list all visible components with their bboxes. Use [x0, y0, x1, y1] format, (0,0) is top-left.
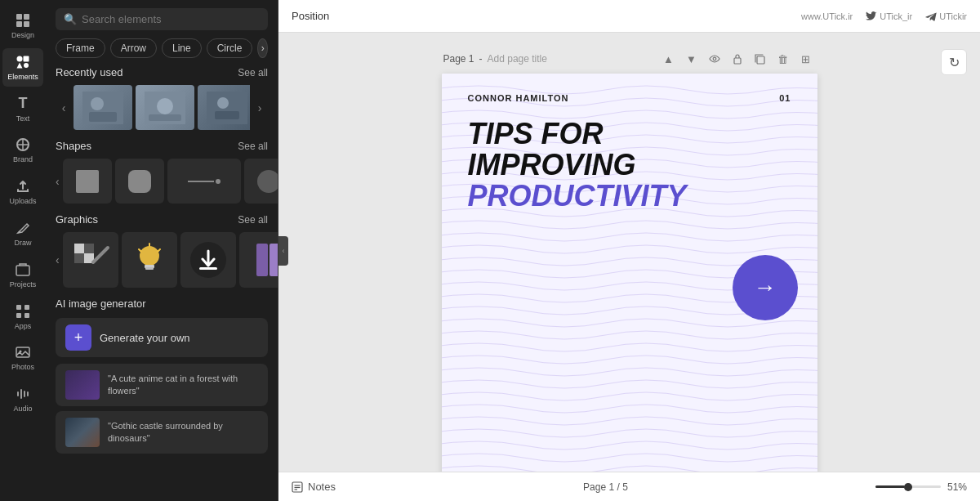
panel-fold-handle[interactable]: ‹	[278, 236, 288, 266]
design-author-name: CONNOR HAMILTON	[468, 93, 569, 103]
position-label: Position	[292, 10, 329, 22]
sidebar-item-audio-label: Audio	[13, 405, 32, 414]
graphic-item-3[interactable]	[180, 232, 236, 288]
elements-panel: 🔍 Frame Arrow Line Circle › Recently use…	[46, 0, 278, 501]
design-header: CONNOR HAMILTON 01	[468, 93, 791, 103]
projects-icon	[14, 261, 32, 279]
graphic-item-1[interactable]	[63, 232, 118, 288]
svg-rect-26	[84, 244, 94, 253]
chip-line[interactable]: Line	[162, 38, 202, 58]
svg-rect-2	[16, 21, 22, 27]
page-1-add-title[interactable]: Add page title	[488, 53, 547, 65]
svg-rect-0	[16, 14, 22, 20]
sidebar-item-elements-label: Elements	[7, 73, 38, 82]
graphics-see-all[interactable]: See all	[238, 214, 268, 226]
watermark-domain: www.UTick.ir	[801, 11, 853, 21]
svg-rect-42	[757, 56, 764, 64]
photos-icon	[14, 343, 32, 361]
shapes-prev-button[interactable]: ‹	[56, 173, 60, 190]
ai-prompt-item-2[interactable]: "Gothic castle surrounded by dinosaurs"	[56, 411, 268, 454]
canvas-page-1[interactable]: .wave-line { fill: none; stroke: #c5b8f0…	[442, 74, 817, 472]
svg-rect-32	[145, 267, 154, 270]
notes-button[interactable]: Notes	[292, 481, 336, 493]
bottom-bar: Notes Page 1 / 5 51%	[278, 472, 980, 501]
svg-rect-21	[149, 114, 181, 121]
search-icon: 🔍	[64, 13, 77, 25]
sidebar-item-elements[interactable]: Elements	[2, 48, 43, 87]
sidebar-item-text-label: Text	[16, 114, 30, 123]
page-1-container: Page 1 - Add page title ▲ ▼	[442, 49, 817, 472]
svg-point-30	[140, 246, 159, 266]
page-1-up-button[interactable]: ▲	[659, 49, 679, 69]
zoom-slider-thumb[interactable]	[904, 483, 912, 491]
svg-rect-41	[734, 58, 741, 64]
sidebar-item-draw[interactable]: Draw	[2, 214, 43, 253]
sidebar-item-apps[interactable]: Apps	[2, 297, 43, 336]
page-1-actions: ▲ ▼ 🗑 ⊞	[659, 49, 816, 69]
svg-rect-18	[89, 112, 117, 122]
ai-plus-icon: +	[65, 324, 91, 351]
page-1-lock-button[interactable]	[728, 49, 747, 69]
shape-rounded-icon	[128, 170, 151, 193]
sidebar-item-projects[interactable]: Projects	[2, 256, 43, 294]
ai-generator-title: AI image generator	[56, 297, 268, 310]
shape-square-icon	[76, 170, 99, 193]
chips-next-button[interactable]: ›	[257, 38, 268, 58]
sidebar-item-text[interactable]: T Text	[2, 90, 43, 128]
recent-image-3[interactable]	[198, 85, 250, 130]
chip-frame[interactable]: Frame	[56, 38, 105, 58]
arrow-circle-button[interactable]: →	[733, 255, 798, 320]
page-1-eye-button[interactable]	[705, 49, 724, 69]
refresh-button[interactable]: ↻	[941, 49, 967, 75]
svg-rect-3	[24, 21, 29, 27]
recent-image-2[interactable]	[136, 85, 194, 130]
page-1-down-button[interactable]: ▼	[682, 49, 702, 69]
recent-prev-button[interactable]: ‹	[56, 100, 72, 116]
sidebar-item-uploads[interactable]: Uploads	[2, 172, 43, 211]
zoom-level-label: 51%	[947, 481, 967, 493]
brand-icon	[14, 136, 32, 154]
shapes-see-all[interactable]: See all	[238, 141, 268, 152]
recent-image-1[interactable]	[74, 85, 132, 130]
svg-rect-25	[74, 244, 84, 253]
sidebar-item-audio[interactable]: Audio	[2, 380, 43, 418]
shape-square-item[interactable]	[63, 159, 112, 204]
shape-line-item[interactable]	[167, 159, 241, 204]
graphic-item-4[interactable]	[239, 232, 278, 288]
watermark-twitter: UTick_ir	[866, 11, 912, 21]
sidebar-item-design[interactable]: Design	[2, 7, 43, 45]
recently-used-see-all[interactable]: See all	[238, 67, 268, 78]
ai-generate-button[interactable]: + Generate your own	[56, 318, 268, 357]
zoom-control[interactable]: 51%	[875, 481, 967, 493]
graphic-item-2[interactable]	[122, 232, 177, 288]
ai-prompt-item-1[interactable]: "A cute anime cat in a forest with flowe…	[56, 364, 268, 406]
page-1-add-button[interactable]: ⊞	[796, 49, 816, 69]
design-content: .wave-line { fill: none; stroke: #c5b8f0…	[442, 74, 817, 472]
svg-rect-27	[74, 253, 84, 263]
graphics-prev-button[interactable]: ‹	[56, 252, 60, 268]
zoom-slider-track[interactable]	[875, 485, 941, 488]
page-indicator: Page 1 / 5	[583, 481, 628, 493]
arrow-right-icon: →	[754, 275, 777, 301]
svg-rect-7	[24, 63, 29, 68]
svg-rect-37	[199, 267, 217, 270]
chip-circle[interactable]: Circle	[207, 38, 253, 58]
canvas-area[interactable]: ↻ Page 1 - Add page title ▲ ▼	[278, 33, 980, 472]
sidebar-item-brand[interactable]: Brand	[2, 131, 43, 169]
svg-rect-9	[16, 266, 29, 275]
page-1-separator: -	[479, 53, 483, 65]
shape-circle-item[interactable]	[244, 159, 278, 204]
search-input-wrap[interactable]: 🔍	[56, 8, 268, 30]
page-1-delete-button[interactable]: 🗑	[773, 49, 793, 69]
chip-arrow[interactable]: Arrow	[110, 38, 157, 58]
shape-rounded-item[interactable]	[115, 159, 164, 204]
filter-chips: Frame Arrow Line Circle ›	[46, 38, 278, 66]
headline-line-1: TIPS FOR	[468, 119, 711, 150]
search-input[interactable]	[82, 13, 260, 25]
recently-used-header: Recently used See all	[56, 66, 268, 78]
recent-next-button[interactable]: ›	[252, 100, 268, 116]
page-1-copy-button[interactable]	[751, 49, 770, 69]
headline-line-2: IMPROVING	[468, 150, 711, 181]
elements-icon	[14, 53, 32, 71]
sidebar-item-photos[interactable]: Photos	[2, 338, 43, 377]
